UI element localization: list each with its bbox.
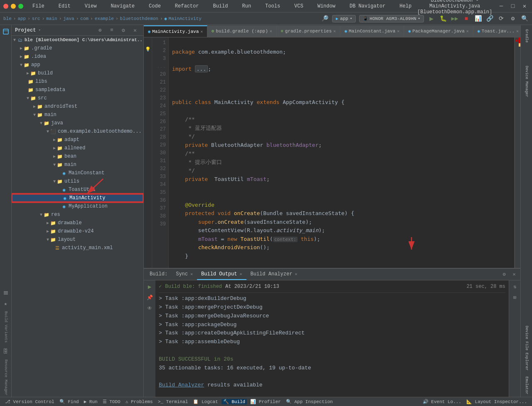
bottom-tab-build-analyzer[interactable]: Build Analyzer ✕ (246, 269, 302, 280)
run-tests-button[interactable]: ▶▶ (451, 15, 459, 23)
sidebar-favorites-icon[interactable]: ★ (1, 299, 11, 309)
chevron-bean-dir[interactable]: ▶ (53, 154, 56, 159)
chevron-build-dir[interactable]: ▶ (27, 71, 29, 76)
debug-button[interactable]: 🐛 (439, 15, 447, 23)
bottom-tab-sync-close[interactable]: ✕ (190, 272, 193, 277)
tab-toast-close[interactable]: ✕ (516, 29, 519, 34)
maximize-button[interactable] (18, 4, 23, 9)
restore-icon[interactable]: □ (509, 2, 517, 10)
tree-src-dir[interactable]: ▼ 📁 src (12, 94, 143, 102)
tab-packagemanager[interactable]: ◉ PackageManager.java ✕ (404, 25, 473, 37)
chevron-adapt-dir[interactable]: ▶ (53, 137, 56, 142)
tab-mainactivity-close[interactable]: ✕ (200, 29, 203, 34)
status-terminal[interactable]: >_ Terminal (156, 399, 190, 404)
build-output-content[interactable]: ✓ Build ble: finished At 2023/2/21 10:13… (155, 280, 509, 397)
sidebar-project-icon[interactable] (1, 27, 11, 37)
menu-vcs[interactable]: VCS (290, 2, 308, 11)
sidebar-db-browser-icon[interactable]: 🗄 (1, 347, 11, 357)
bottom-close-icon[interactable]: ✕ (510, 270, 519, 279)
status-app-inspection[interactable]: 🔍 App Inspection (284, 399, 335, 404)
tab-mainconstant[interactable]: ◉ MainConstant.java ✕ (340, 25, 404, 37)
menu-run[interactable]: Run (238, 2, 255, 11)
tree-utils-dir[interactable]: ▼ 📁 utils (12, 177, 143, 186)
tree-java-dir[interactable]: ▼ 📁 java (12, 119, 143, 127)
tree-root[interactable]: ▼ 🗂 ble [BluetoothDemon] C:\Users\Admini… (12, 36, 143, 44)
bottom-tab-sync[interactable]: Sync ✕ (172, 269, 197, 280)
breadcrumb-com[interactable]: com (80, 16, 89, 21)
run-button[interactable]: ▶ (427, 15, 436, 23)
tab-gradle-props-close[interactable]: ✕ (333, 29, 336, 34)
chevron-allneed-dir[interactable]: ▶ (53, 146, 56, 151)
menu-help[interactable]: Help (395, 2, 416, 11)
chevron-package-dir[interactable]: ▼ (47, 129, 49, 134)
tree-allneed-dir[interactable]: ▶ 📁 allneed (12, 144, 143, 152)
build-run-icon[interactable]: ▶ (145, 282, 154, 291)
bottom-tab-build-output-close[interactable]: ✕ (239, 272, 242, 277)
chevron-idea-dir[interactable]: ▶ (20, 54, 22, 59)
chevron-res-dir[interactable]: ▼ (40, 213, 42, 217)
breadcrumb-bluetooth[interactable]: bluetoothdemon (120, 16, 158, 21)
tab-mainconstant-close[interactable]: ✕ (397, 29, 399, 34)
tree-libs-dir[interactable]: 📁 libs (12, 77, 143, 86)
build-eye-icon[interactable]: 👁 (145, 304, 154, 313)
chevron-main-sub-dir[interactable]: ▼ (53, 163, 56, 167)
chevron-utils-dir[interactable]: ▼ (53, 179, 56, 184)
tree-build-dir[interactable]: ▶ 📁 build (12, 69, 143, 77)
menu-file[interactable]: File (28, 2, 49, 11)
run-config-selector[interactable]: ▶ app ▾ (332, 15, 356, 22)
breadcrumb-example[interactable]: example (95, 16, 114, 21)
tab-gradle-props[interactable]: ≡ gradle.properties ✕ (277, 25, 340, 37)
bottom-tab-build-analyzer-close[interactable]: ✕ (295, 272, 297, 277)
status-build[interactable]: 🔨 Build (222, 399, 247, 404)
project-icon2[interactable]: ≡ (107, 25, 117, 35)
project-icon3[interactable]: ⚙ (118, 25, 128, 35)
device-selector[interactable]: 📱 HONOR AGM3-AL09HN ▾ (359, 15, 424, 22)
menu-window[interactable]: Window (313, 2, 340, 11)
tree-mainactivity-file[interactable]: ◉ MainActivity (12, 194, 143, 202)
menu-build[interactable]: Build (209, 2, 232, 11)
chevron-drawable-dir[interactable]: ▶ (47, 220, 49, 225)
chevron-app-dir[interactable]: ▼ (20, 63, 22, 67)
tab-mainactivity[interactable]: ◉ MainActivity.java ✕ (144, 25, 207, 37)
bottom-settings-icon[interactable]: ⚙ (500, 270, 509, 279)
minimize-icon[interactable]: ─ (497, 2, 505, 10)
status-todo[interactable]: ☰ TODO (101, 399, 122, 404)
status-vc[interactable]: ⎇ Version Control (3, 399, 56, 404)
minimize-button[interactable] (11, 4, 16, 9)
emulator-icon[interactable]: Emulator (522, 374, 532, 397)
menu-db[interactable]: DB Navigator (345, 2, 389, 11)
breadcrumb-mainactivity[interactable]: MainActivity (169, 16, 202, 21)
tree-package-dir[interactable]: ▼ ⬛ com.example.bluetoothdemo... (12, 127, 143, 136)
device-manager-icon[interactable]: Device Manager (522, 63, 532, 100)
sidebar-resource-manager-icon[interactable]: Resource Manager (1, 358, 11, 397)
stop-button[interactable]: ■ (462, 15, 470, 23)
chevron-drawable-v24-dir[interactable]: ▶ (47, 229, 49, 234)
chevron-root[interactable]: ▼ (13, 38, 16, 42)
tree-androidtest-dir[interactable]: ▶ 📁 androidTest (12, 102, 143, 111)
device-file-explorer-icon[interactable]: Device File Explorer (522, 323, 532, 373)
menu-bar[interactable]: File Edit View Navigate Code Refactor Bu… (28, 2, 416, 11)
build-right-icon1[interactable]: ⇅ (510, 282, 520, 291)
project-close-icon[interactable]: ✕ (130, 25, 140, 35)
breadcrumb-app[interactable]: app (17, 16, 26, 21)
sidebar-build-variants-icon[interactable]: Build Variants (1, 309, 11, 344)
close-button[interactable] (3, 4, 8, 9)
status-profiler[interactable]: 📊 Profiler (249, 399, 282, 404)
chevron-layout-dir[interactable]: ▼ (47, 238, 49, 242)
toolbar-search-icon[interactable]: 🔎 (320, 15, 329, 23)
menu-edit[interactable]: Edit (54, 2, 75, 11)
status-run[interactable]: ▶ Run (82, 399, 99, 404)
tree-gradle-dir[interactable]: ▶ 📁 .gradle (12, 44, 143, 52)
tree-myapplication-file[interactable]: ◉ MyApplication (12, 202, 143, 210)
tree-sampledata-dir[interactable]: 📁 sampledata (12, 86, 143, 94)
settings-icon[interactable]: ⚙ (509, 15, 517, 23)
sidebar-structure-icon[interactable] (1, 288, 11, 298)
tree-app-dir[interactable]: ▼ 📁 app (12, 61, 143, 69)
tree-adapt-dir[interactable]: ▶ 📁 adapt (12, 136, 143, 144)
status-problems[interactable]: ⚠ Problems (124, 399, 155, 404)
search-everywhere-icon[interactable]: 🔍 (520, 15, 529, 23)
attach-button[interactable]: 🔗 (485, 15, 494, 23)
breadcrumb-src[interactable]: src (32, 16, 40, 21)
menu-code[interactable]: Code (145, 2, 165, 11)
status-logcat[interactable]: 📋 Logcat (191, 399, 219, 404)
